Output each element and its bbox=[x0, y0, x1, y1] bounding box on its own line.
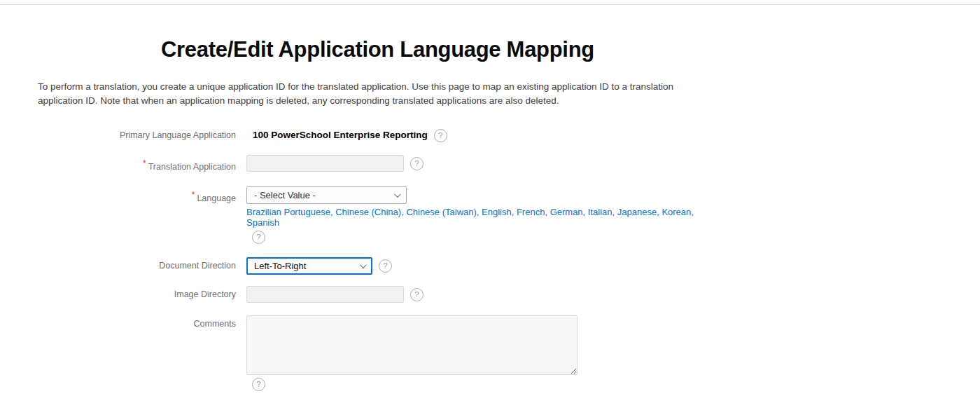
document-direction-label: Document Direction bbox=[38, 257, 236, 274]
language-quick-picks: Brazilian Portuguese, Chinese (China), C… bbox=[246, 207, 694, 228]
row-image-directory: Image Directory ? bbox=[38, 286, 952, 303]
quick-pick-separator: , bbox=[583, 207, 588, 217]
comments-label: Comments bbox=[38, 315, 236, 332]
document-direction-select[interactable]: Left-To-Right bbox=[246, 257, 372, 275]
chevron-down-icon bbox=[394, 191, 401, 198]
primary-language-application-label: Primary Language Application bbox=[38, 127, 236, 144]
quick-pick-separator: , bbox=[477, 207, 482, 217]
language-quick-pick-link[interactable]: Japanese bbox=[617, 207, 657, 217]
chevron-down-icon bbox=[360, 261, 367, 268]
required-marker: * bbox=[192, 190, 195, 200]
quick-pick-separator: , bbox=[691, 207, 694, 217]
language-quick-pick-link[interactable]: German bbox=[550, 207, 583, 217]
quick-pick-separator: , bbox=[612, 207, 617, 217]
row-primary-language-application: Primary Language Application 100 PowerSc… bbox=[38, 127, 952, 144]
language-select[interactable]: - Select Value - bbox=[246, 186, 407, 204]
page-title: Create/Edit Application Language Mapping bbox=[161, 37, 952, 62]
language-select-value: - Select Value - bbox=[254, 190, 316, 200]
quick-pick-separator: , bbox=[512, 207, 517, 217]
row-comments: Comments ? bbox=[38, 315, 952, 391]
image-directory-label: Image Directory bbox=[38, 286, 236, 303]
comments-textarea[interactable] bbox=[246, 315, 578, 375]
language-label: *Language bbox=[38, 186, 236, 207]
quick-pick-separator: , bbox=[545, 207, 550, 217]
language-quick-pick-link[interactable]: Italian bbox=[588, 207, 612, 217]
language-quick-pick-link[interactable]: Chinese (Taiwan) bbox=[406, 207, 476, 217]
language-mapping-form: Primary Language Application 100 PowerSc… bbox=[38, 127, 952, 391]
help-icon[interactable]: ? bbox=[252, 231, 265, 244]
language-quick-pick-link[interactable]: French bbox=[517, 207, 545, 217]
help-icon[interactable]: ? bbox=[410, 288, 424, 301]
language-quick-pick-link[interactable]: Brazilian Portuguese bbox=[246, 207, 330, 217]
language-quick-pick-link[interactable]: Korean bbox=[662, 207, 691, 217]
document-direction-select-value: Left-To-Right bbox=[254, 261, 306, 271]
image-directory-input[interactable] bbox=[246, 286, 404, 303]
language-quick-pick-link[interactable]: English bbox=[482, 207, 512, 217]
row-document-direction: Document Direction Left-To-Right ? bbox=[38, 257, 952, 275]
page-content: Create/Edit Application Language Mapping… bbox=[0, 37, 980, 396]
help-icon[interactable]: ? bbox=[410, 157, 424, 170]
help-icon[interactable]: ? bbox=[252, 378, 265, 391]
help-icon[interactable]: ? bbox=[379, 259, 392, 273]
required-marker: * bbox=[143, 158, 146, 168]
primary-language-application-value: 100 PowerSchool Enterprise Reporting bbox=[246, 127, 428, 144]
row-language: *Language - Select Value - Brazilian Por… bbox=[38, 186, 952, 244]
translation-application-label: *Translation Application bbox=[38, 155, 236, 175]
language-quick-pick-link[interactable]: Spanish bbox=[246, 217, 279, 228]
row-translation-application: *Translation Application ? bbox=[38, 155, 952, 175]
language-quick-pick-link[interactable]: Chinese (China) bbox=[335, 207, 401, 217]
top-border-bar bbox=[0, 0, 980, 5]
page-description: To perform a translation, you create a u… bbox=[38, 80, 703, 108]
translation-application-input[interactable] bbox=[246, 155, 404, 172]
help-icon[interactable]: ? bbox=[434, 129, 447, 142]
